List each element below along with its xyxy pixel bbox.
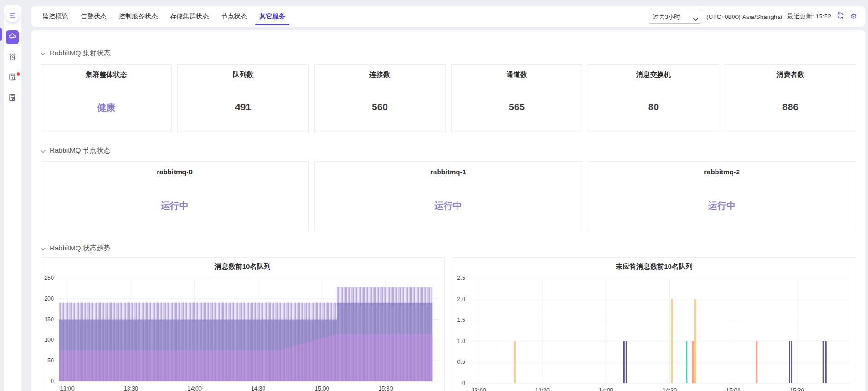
svg-text:14:30: 14:30 — [663, 387, 677, 391]
node-card-status: 运行中 — [315, 200, 582, 212]
node-card-title: rabbitmq-2 — [588, 168, 856, 176]
stat-card-title: 队列数 — [178, 71, 308, 79]
refresh-button[interactable] — [836, 12, 845, 21]
stat-card-title: 消费者数 — [725, 71, 856, 79]
svg-text:2.5: 2.5 — [457, 275, 465, 281]
section-title: RabbitMQ 节点状态 — [50, 146, 111, 155]
stat-card-consumers: 消费者数 886 — [725, 64, 856, 132]
svg-text:0: 0 — [51, 378, 54, 385]
main-content: RabbitMQ 集群状态 集群整体状态 健康 队列数 491 连接数 560 … — [31, 30, 865, 391]
section-title: RabbitMQ 状态趋势 — [50, 244, 111, 253]
svg-text:13:30: 13:30 — [535, 387, 550, 391]
stat-card-value: 健康 — [41, 101, 171, 114]
sidebar-item-reports[interactable] — [6, 91, 19, 105]
node-card-status: 运行中 — [41, 200, 308, 212]
svg-text:100: 100 — [44, 337, 54, 343]
sidebar-item-monitoring[interactable] — [6, 30, 19, 44]
tab-monitoring-overview[interactable]: 监控概览 — [42, 6, 68, 27]
stat-card-channels: 通道数 565 — [451, 64, 582, 132]
gear-icon: ⚙ — [850, 13, 857, 20]
svg-text:50: 50 — [47, 357, 54, 364]
section-title: RabbitMQ 集群状态 — [50, 49, 111, 58]
sidebar-item-inspection[interactable] — [6, 71, 19, 85]
sidebar — [4, 5, 21, 391]
refresh-icon — [837, 12, 844, 21]
stat-card-title: 连接数 — [315, 71, 445, 79]
svg-text:1.0: 1.0 — [457, 338, 465, 344]
time-range-select-wrap: 过去3小时 — [649, 10, 701, 24]
section-header-node-status[interactable]: RabbitMQ 节点状态 — [41, 146, 856, 155]
menu-button[interactable] — [6, 9, 19, 22]
svg-text:0.5: 0.5 — [457, 359, 465, 365]
svg-text:2.0: 2.0 — [457, 296, 465, 302]
stat-card-value: 565 — [452, 101, 582, 113]
node-card-rabbitmq-0: rabbitmq-0 运行中 — [41, 161, 309, 231]
tab-control-service-status[interactable]: 控制服务状态 — [119, 6, 158, 27]
svg-text:0: 0 — [462, 380, 465, 386]
sidebar-item-alerts[interactable] — [6, 51, 19, 65]
chart-title: 未应答消息数前10名队列 — [452, 262, 856, 273]
chevron-down-icon — [41, 49, 46, 57]
cluster-cards-row: 集群整体状态 健康 队列数 491 连接数 560 通道数 565 消息交换机 … — [41, 64, 856, 132]
svg-text:14:00: 14:00 — [599, 387, 613, 391]
svg-text:13:00: 13:00 — [60, 385, 74, 391]
settings-button[interactable]: ⚙ — [850, 12, 858, 21]
stat-card-title: 集群整体状态 — [41, 71, 171, 79]
stat-card-cluster-health: 集群整体状态 健康 — [41, 64, 172, 132]
topbar: 监控概览 告警状态 控制服务状态 存储集群状态 节点状态 其它服务 过去3小时 … — [31, 6, 865, 27]
node-cards-row: rabbitmq-0 运行中 rabbitmq-1 运行中 rabbitmq-2… — [41, 161, 856, 231]
timezone-label: (UTC+0800) Asia/Shanghai — [706, 13, 782, 20]
svg-text:200: 200 — [44, 296, 54, 302]
messages-top10-chart: 05010015020025013:0013:3014:0014:3015:00… — [41, 273, 444, 391]
document-clock-icon — [8, 93, 17, 103]
tab-other-services[interactable]: 其它服务 — [259, 6, 285, 27]
chevron-down-icon — [41, 147, 46, 154]
svg-text:13:30: 13:30 — [124, 385, 138, 391]
cloud-monitor-icon — [8, 32, 17, 42]
stat-card-value: 491 — [178, 101, 308, 113]
svg-text:15:30: 15:30 — [790, 387, 804, 391]
sidebar-active-indicator — [0, 28, 2, 41]
node-card-title: rabbitmq-0 — [41, 168, 308, 176]
unacked-top10-chart: 00.51.01.52.02.513:0013:3014:0014:3015:0… — [452, 273, 856, 391]
svg-text:15:30: 15:30 — [378, 385, 393, 391]
section-header-cluster-status[interactable]: RabbitMQ 集群状态 — [41, 30, 856, 58]
stat-card-queues: 队列数 491 — [177, 64, 309, 132]
stat-card-value: 80 — [588, 101, 719, 113]
tab-bar: 监控概览 告警状态 控制服务状态 存储集群状态 节点状态 其它服务 — [42, 6, 285, 27]
tab-storage-cluster-status[interactable]: 存储集群状态 — [170, 6, 209, 27]
svg-text:150: 150 — [44, 316, 54, 323]
stat-card-title: 通道数 — [452, 71, 582, 79]
svg-text:13:00: 13:00 — [471, 387, 486, 391]
chart-title: 消息数前10名队列 — [41, 262, 444, 273]
topbar-right: 过去3小时 (UTC+0800) Asia/Shanghai 最近更新: 15:… — [649, 10, 858, 24]
svg-text:14:30: 14:30 — [251, 385, 265, 391]
charts-row: 消息数前10名队列 05010015020025013:0013:3014:00… — [41, 257, 856, 391]
node-card-title: rabbitmq-1 — [315, 168, 582, 176]
menu-icon — [9, 12, 16, 20]
chevron-down-icon — [41, 244, 46, 252]
svg-text:15:00: 15:00 — [315, 385, 329, 391]
node-card-rabbitmq-1: rabbitmq-1 运行中 — [314, 161, 582, 231]
chart-panel-messages: 消息数前10名队列 05010015020025013:0013:3014:00… — [41, 257, 445, 391]
stat-card-value: 560 — [315, 101, 445, 113]
tab-node-status[interactable]: 节点状态 — [221, 6, 247, 27]
notification-badge — [17, 72, 20, 76]
svg-text:14:00: 14:00 — [188, 385, 202, 391]
stat-card-connections: 连接数 560 — [314, 64, 446, 132]
node-card-status: 运行中 — [588, 200, 856, 212]
last-update-label: 最近更新: 15:52 — [787, 12, 831, 21]
stat-card-value: 886 — [725, 101, 856, 113]
time-range-select[interactable]: 过去3小时 — [649, 10, 701, 24]
tab-alert-status[interactable]: 告警状态 — [81, 6, 106, 27]
stat-card-title: 消息交换机 — [588, 71, 719, 79]
stat-card-exchanges: 消息交换机 80 — [588, 64, 719, 132]
svg-text:250: 250 — [44, 275, 54, 281]
section-header-status-trend[interactable]: RabbitMQ 状态趋势 — [41, 244, 856, 253]
chart-panel-unacked: 未应答消息数前10名队列 00.51.01.52.02.513:0013:301… — [452, 257, 856, 391]
alarm-clock-icon — [8, 53, 17, 63]
document-search-icon — [8, 73, 17, 83]
svg-text:15:00: 15:00 — [726, 387, 740, 391]
node-card-rabbitmq-2: rabbitmq-2 运行中 — [588, 161, 856, 231]
dashboard-page: { "page": {"background": "#eceef4", "acc… — [0, 0, 868, 391]
